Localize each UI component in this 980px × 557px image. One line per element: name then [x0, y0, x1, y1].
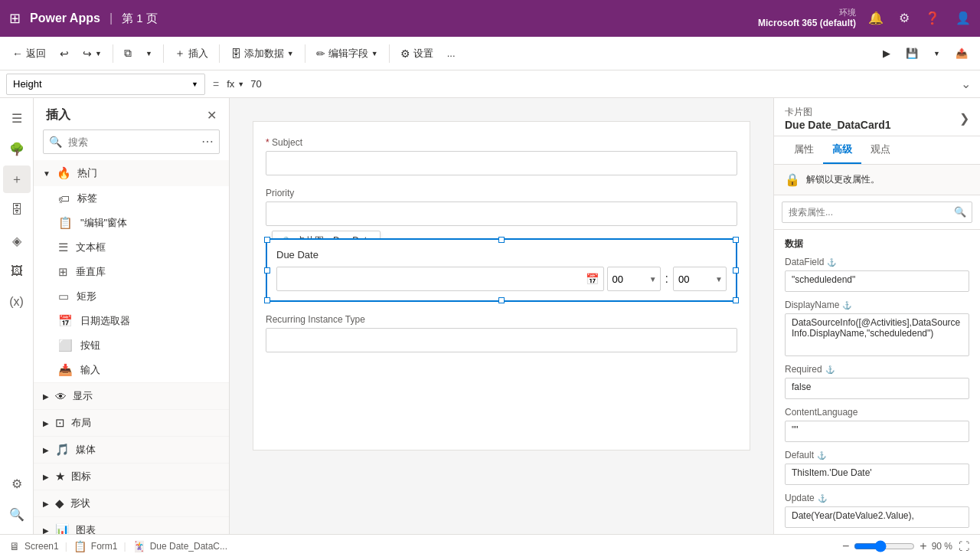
- hours-select[interactable]: 00: [608, 274, 649, 285]
- prop-update-value[interactable]: Date(Year(DateValue2.Value),: [785, 506, 969, 528]
- prop-contentlang-value[interactable]: "": [785, 421, 969, 442]
- settings-button[interactable]: ⚙ 设置: [394, 44, 439, 64]
- rp-tab-view[interactable]: 观点: [861, 136, 900, 164]
- input-icon: 📥: [58, 363, 73, 377]
- group-chart-header[interactable]: ▶ 📊 图表: [34, 517, 229, 534]
- prop-search-input[interactable]: [782, 202, 972, 223]
- save-dropdown-button[interactable]: ▼: [927, 44, 946, 62]
- insert-icon: ＋: [175, 47, 185, 61]
- help-icon[interactable]: ❓: [922, 8, 943, 28]
- nav-icon-menu[interactable]: ☰: [3, 104, 31, 132]
- minutes-chevron-icon: ▼: [715, 275, 726, 283]
- nav-icon-formula[interactable]: (x): [3, 288, 31, 316]
- formula-selector[interactable]: Height ▼: [6, 74, 205, 95]
- copy-button[interactable]: ⧉: [118, 44, 138, 63]
- search-input[interactable]: [43, 129, 220, 154]
- undo-button[interactable]: ↩: [54, 44, 75, 63]
- insert-item-form[interactable]: 📋 "编辑"窗体: [34, 211, 229, 235]
- nav-icon-variables[interactable]: ◈: [3, 227, 31, 254]
- account-icon[interactable]: 👤: [952, 8, 974, 28]
- settings-icon[interactable]: ⚙: [896, 8, 913, 28]
- prop-displayname: DisplayName ⚓ DataSourceInfo([@Activitie…: [785, 300, 969, 356]
- app-grid-icon[interactable]: ⊞: [6, 7, 24, 30]
- formula-function-selector[interactable]: fx ▼: [227, 78, 244, 90]
- group-media-header[interactable]: ▶ 🎵 媒体: [34, 437, 229, 463]
- insert-item-input[interactable]: 📥 输入: [34, 358, 229, 382]
- more-button[interactable]: ...: [441, 44, 462, 62]
- date-input-wrapper[interactable]: 📅: [276, 267, 604, 291]
- priority-input[interactable]: [266, 202, 737, 226]
- date-input[interactable]: [277, 274, 581, 285]
- group-hot-header[interactable]: ▼ 🔥 热门: [34, 160, 229, 186]
- zoom-controls: − + 90 % ⛶: [842, 539, 971, 554]
- screen1-tab[interactable]: 🖥 Screen1: [9, 540, 59, 552]
- insert-item-rect[interactable]: ▭ 矩形: [34, 284, 229, 309]
- notification-icon[interactable]: 🔔: [865, 8, 887, 28]
- calendar-icon[interactable]: 📅: [581, 273, 603, 285]
- back-icon: ←: [12, 48, 23, 60]
- nav-icon-search-bottom[interactable]: 🔍: [3, 500, 31, 528]
- zoom-slider[interactable]: [854, 540, 915, 552]
- group-icons-header[interactable]: ▶ ★ 图标: [34, 464, 229, 490]
- paste-dropdown-button[interactable]: ▼: [139, 47, 158, 61]
- rp-tab-advanced[interactable]: 高级: [823, 136, 861, 164]
- group-shape-header[interactable]: ▶ ◆ 形状: [34, 490, 229, 516]
- subject-input[interactable]: [266, 151, 737, 175]
- fullscreen-button[interactable]: ⛶: [957, 539, 971, 554]
- group-layout-header[interactable]: ▶ ⊡ 布局: [34, 410, 229, 436]
- zoom-plus-button[interactable]: +: [920, 539, 926, 553]
- zoom-minus-button[interactable]: −: [842, 539, 849, 553]
- publish-button[interactable]: 📤: [949, 44, 974, 62]
- back-button[interactable]: ← 返回: [6, 44, 52, 64]
- nav-icon-settings-bottom[interactable]: ⚙: [3, 470, 31, 497]
- rp-close-button[interactable]: ❯: [959, 111, 969, 126]
- formula-expand-icon[interactable]: ⌄: [958, 74, 974, 94]
- form1-tab[interactable]: 📋 Form1: [74, 540, 118, 552]
- handle-middle-left[interactable]: [264, 267, 270, 274]
- handle-bottom-right[interactable]: [733, 297, 739, 303]
- handle-top-right[interactable]: [733, 237, 739, 243]
- nav-icon-tree[interactable]: 🌳: [3, 135, 31, 162]
- handle-top-left[interactable]: [264, 237, 270, 243]
- save-button[interactable]: 💾: [900, 44, 924, 62]
- divider1: [113, 44, 113, 63]
- minutes-select[interactable]: 00: [674, 274, 715, 285]
- edit-field-button[interactable]: ✏ 编辑字段 ▼: [310, 44, 384, 64]
- card-tab[interactable]: 🃏 Due Date_DataC...: [132, 540, 227, 552]
- prop-default-value[interactable]: ThisItem.'Due Date': [785, 464, 969, 485]
- group-display-header[interactable]: ▶ 👁 显示: [34, 383, 229, 409]
- insert-item-gallery[interactable]: ⊞ 垂直库: [34, 260, 229, 284]
- hours-select-wrapper[interactable]: 00 ▼: [607, 267, 661, 291]
- add-data-button[interactable]: 🗄 添加数据 ▼: [224, 44, 300, 64]
- handle-top-middle[interactable]: [498, 237, 505, 243]
- panel-close-button[interactable]: ✕: [207, 108, 217, 123]
- insert-item-datepicker[interactable]: 📅 日期选取器: [34, 309, 229, 333]
- prop-displayname-anchor-icon: ⚓: [842, 301, 851, 310]
- redo-dropdown-button[interactable]: ↪ ▼: [77, 44, 108, 63]
- prop-default-anchor-icon: ⚓: [817, 451, 826, 460]
- insert-item-textbox[interactable]: ☰ 文本框: [34, 235, 229, 260]
- button-icon: ⬜: [58, 339, 73, 352]
- group-chart: ▶ 📊 图表: [34, 517, 229, 534]
- nav-icon-media[interactable]: 🖼: [3, 257, 31, 285]
- due-date-card[interactable]: Due Date 📅 00 ▼: [266, 238, 737, 302]
- recurring-input[interactable]: [266, 328, 737, 352]
- search-more-icon[interactable]: ⋯: [201, 134, 214, 149]
- prop-datafield-value[interactable]: "scheduledend": [785, 270, 969, 292]
- insert-button[interactable]: ＋ 插入: [168, 44, 214, 64]
- group-hot-label: 热门: [77, 166, 97, 180]
- insert-item-label[interactable]: 🏷 标签: [34, 186, 229, 211]
- preview-button[interactable]: ▶: [877, 44, 897, 62]
- insert-item-button[interactable]: ⬜ 按钮: [34, 333, 229, 358]
- formula-input[interactable]: [247, 74, 955, 95]
- canvas-area[interactable]: * Subject Priority 🔒 卡片图：Due: [230, 98, 773, 534]
- rp-tab-properties[interactable]: 属性: [785, 136, 823, 164]
- prop-displayname-value[interactable]: DataSourceInfo([@Activities],DataSourceI…: [785, 313, 969, 356]
- handle-bottom-middle[interactable]: [498, 297, 505, 303]
- nav-icon-data[interactable]: 🗄: [3, 196, 31, 224]
- prop-required-value[interactable]: false: [785, 378, 969, 399]
- minutes-select-wrapper[interactable]: 00 ▼: [673, 267, 727, 291]
- handle-middle-right[interactable]: [733, 267, 739, 274]
- nav-icon-insert[interactable]: ＋: [3, 165, 31, 193]
- handle-bottom-left[interactable]: [264, 297, 270, 303]
